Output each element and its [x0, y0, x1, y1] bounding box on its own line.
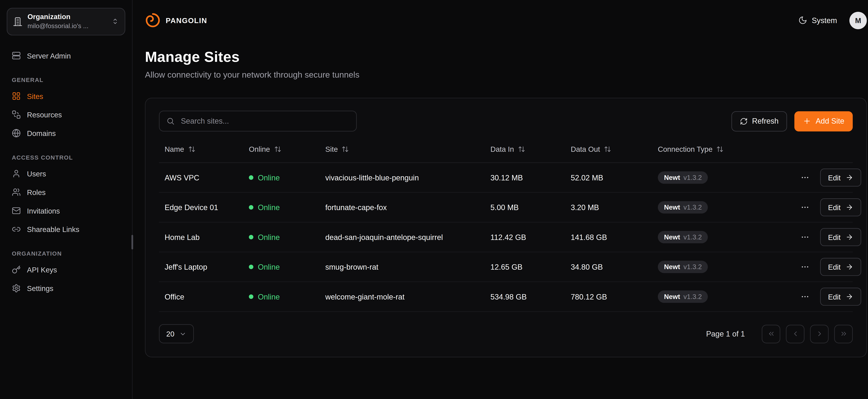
column-header-name[interactable]: Name: [164, 145, 249, 153]
resources-icon: [12, 110, 21, 119]
sites-toolbar: Refresh Add Site: [159, 111, 853, 131]
section-heading-organization: ORGANIZATION: [12, 250, 120, 257]
cell-name: AWS VPC: [164, 173, 249, 182]
sidebar-item-label: Resources: [27, 111, 62, 119]
sidebar-item-settings[interactable]: Settings: [7, 279, 125, 298]
brand: PANGOLIN: [145, 12, 207, 28]
next-page-button[interactable]: [810, 325, 829, 343]
cell-data-out: 3.20 MB: [571, 203, 658, 212]
cell-data-in: 30.12 MB: [490, 173, 571, 182]
mail-icon: [12, 206, 21, 215]
table-row: Home Lab Online dead-san-joaquin-antelop…: [159, 222, 853, 252]
theme-toggle[interactable]: System: [798, 16, 837, 25]
cell-site: fortunate-cape-fox: [325, 203, 490, 212]
key-icon: [12, 265, 21, 274]
edit-label: Edit: [828, 203, 841, 212]
column-header-data-out[interactable]: Data Out: [571, 145, 658, 153]
cell-site: dead-san-joaquin-antelope-squirrel: [325, 233, 490, 241]
table-footer: 20 Page 1 of 1: [159, 324, 853, 343]
org-selector-text: Organization milo@fossorial.io's ...: [28, 13, 106, 30]
sidebar-item-server-admin[interactable]: Server Admin: [7, 47, 125, 65]
refresh-button[interactable]: Refresh: [731, 111, 787, 131]
column-header-data-in[interactable]: Data In: [490, 145, 571, 153]
previous-page-button[interactable]: [786, 325, 804, 343]
edit-button[interactable]: Edit: [820, 228, 862, 246]
online-status-dot: [249, 205, 253, 210]
sidebar-item-users[interactable]: Users: [7, 164, 125, 183]
sidebar-item-shareable-links[interactable]: Shareable Links: [7, 220, 125, 239]
sidebar-item-invitations[interactable]: Invitations: [7, 202, 125, 220]
sidebar-item-label: Invitations: [27, 207, 60, 215]
link-icon: [12, 225, 21, 234]
search-input[interactable]: [180, 116, 349, 126]
sidebar-item-label: Settings: [27, 284, 53, 293]
sidebar-item-api-keys[interactable]: API Keys: [7, 260, 125, 279]
row-menu-button[interactable]: [798, 171, 812, 184]
arrow-right-icon: [846, 233, 854, 241]
page-indicator: Page 1 of 1: [706, 330, 745, 338]
column-header-site[interactable]: Site: [325, 145, 490, 153]
cell-data-out: 52.02 MB: [571, 173, 658, 182]
org-title: Organization: [28, 13, 106, 22]
search-icon: [166, 117, 175, 125]
edit-button[interactable]: Edit: [820, 258, 862, 276]
cell-data-in: 5.00 MB: [490, 203, 571, 212]
cell-name: Home Lab: [164, 233, 249, 241]
edit-button[interactable]: Edit: [820, 198, 862, 216]
cell-online: Online: [249, 173, 325, 182]
page-size-value: 20: [166, 330, 175, 338]
chevron-left-icon: [791, 330, 799, 338]
cell-name: Jeff's Laptop: [164, 263, 249, 271]
column-label: Connection Type: [658, 145, 712, 153]
connection-type-badge: Newtv1.3.2: [658, 201, 708, 213]
moon-icon: [798, 16, 807, 25]
sidebar-item-sites[interactable]: Sites: [7, 87, 125, 105]
sidebar-item-resources[interactable]: Resources: [7, 105, 125, 124]
column-header-connection-type[interactable]: Connection Type: [658, 145, 798, 153]
sites-card: Refresh Add Site Name Onl: [145, 98, 867, 357]
row-menu-button[interactable]: [798, 231, 812, 244]
row-menu-button[interactable]: [798, 260, 812, 274]
brand-name: PANGOLIN: [166, 16, 207, 25]
edit-label: Edit: [828, 173, 841, 182]
column-label: Site: [325, 145, 338, 153]
column-header-online[interactable]: Online: [249, 145, 325, 153]
connection-type-badge: Newtv1.3.2: [658, 231, 708, 243]
edit-button[interactable]: Edit: [820, 288, 862, 306]
connection-type-badge: Newtv1.3.2: [658, 290, 708, 303]
ellipsis-icon: [801, 292, 809, 301]
row-menu-button[interactable]: [798, 290, 812, 304]
edit-button[interactable]: Edit: [820, 168, 862, 187]
org-selector[interactable]: Organization milo@fossorial.io's ...: [7, 8, 125, 35]
row-menu-button[interactable]: [798, 201, 812, 214]
arrow-right-icon: [846, 203, 854, 211]
column-label: Name: [164, 145, 184, 153]
sidebar-item-roles[interactable]: Roles: [7, 183, 125, 202]
add-site-button[interactable]: Add Site: [795, 111, 853, 131]
cell-site: vivacious-little-blue-penguin: [325, 173, 490, 182]
avatar[interactable]: M: [849, 11, 867, 29]
sidebar-item-domains[interactable]: Domains: [7, 124, 125, 143]
arrow-right-icon: [846, 263, 854, 271]
first-page-button[interactable]: [762, 325, 780, 343]
online-status-dot: [249, 235, 253, 240]
sort-icon: [716, 146, 724, 153]
sidebar-resize-handle[interactable]: [131, 235, 133, 249]
sort-icon: [518, 146, 525, 153]
top-right: System M: [798, 11, 867, 29]
sidebar-item-label: Shareable Links: [27, 225, 79, 234]
cell-data-out: 141.68 GB: [571, 233, 658, 241]
page-size-select[interactable]: 20: [159, 324, 194, 343]
connection-version: v1.3.2: [683, 203, 702, 211]
online-status-label: Online: [258, 263, 280, 271]
cell-data-out: 780.12 GB: [571, 293, 658, 301]
cell-connection-type: Newtv1.3.2: [658, 172, 798, 184]
user-icon: [12, 169, 21, 178]
chevrons-left-icon: [767, 330, 775, 338]
sidebar: Organization milo@fossorial.io's ... Ser…: [0, 0, 133, 399]
users-icon: [12, 188, 21, 197]
sort-icon: [342, 146, 349, 153]
last-page-button[interactable]: [834, 325, 853, 343]
chevrons-right-icon: [840, 330, 847, 338]
ellipsis-icon: [801, 233, 809, 242]
